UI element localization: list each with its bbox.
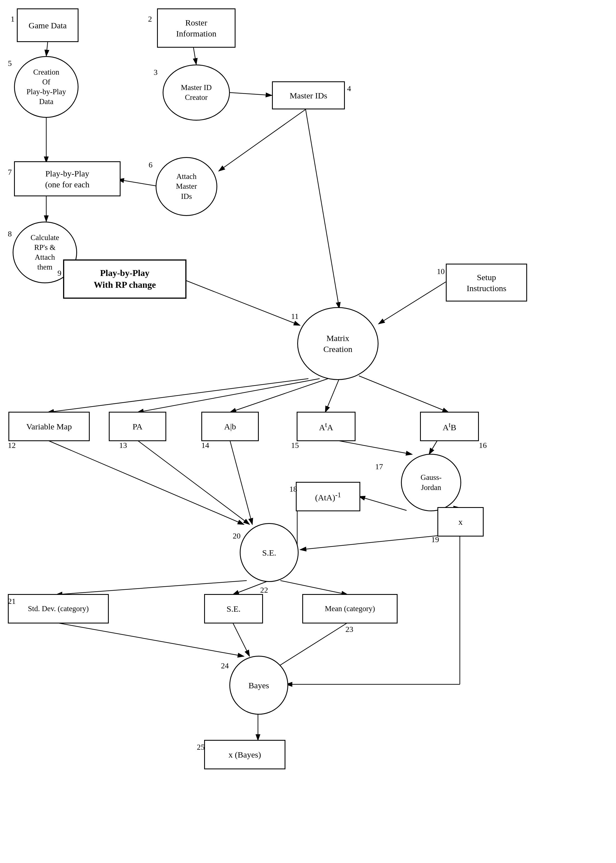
num-4: 4: [347, 84, 351, 93]
num-23: 23: [346, 625, 353, 634]
gauss-jordan-node: Gauss-Jordan: [401, 454, 461, 511]
num-14: 14: [201, 441, 209, 450]
mean-cat-node: Mean (category): [302, 594, 398, 624]
svg-line-9: [306, 109, 339, 308]
ata-inv-node: (AtA)-1: [296, 482, 360, 511]
svg-line-11: [379, 282, 446, 324]
num-17: 17: [375, 462, 383, 471]
play-rp-change-label: Play-by-PlayWith RP change: [94, 267, 156, 291]
num-25: 25: [197, 743, 205, 751]
alb-node: A|b: [201, 412, 259, 441]
svg-line-30: [280, 580, 348, 594]
svg-line-18: [429, 440, 437, 454]
svg-line-10: [182, 279, 300, 325]
se-label: S.E.: [262, 547, 276, 558]
setup-instructions-node: SetupInstructions: [446, 264, 527, 302]
svg-line-33: [272, 622, 348, 670]
master-ids-label: Master IDs: [290, 90, 327, 101]
setup-instructions-label: SetupInstructions: [467, 272, 506, 294]
game-data-node: Game Data: [17, 8, 79, 42]
num-2: 2: [148, 14, 152, 24]
se-node: S.E.: [240, 523, 299, 582]
ata-label: AtA: [319, 420, 333, 433]
creation-play-label: CreationOfPlay-by-PlayData: [27, 67, 66, 107]
mean-cat-label: Mean (category): [325, 604, 375, 614]
svg-line-19: [359, 497, 407, 511]
play-by-play-label: Play-by-Play(one for each: [45, 168, 90, 190]
bayes-label: Bayes: [248, 680, 269, 691]
gauss-jordan-label: Gauss-Jordan: [421, 473, 442, 492]
x-bayes-node: x (Bayes): [204, 740, 285, 769]
x-var-label: x: [459, 516, 463, 527]
svg-line-31: [56, 622, 244, 656]
pa-node: PA: [109, 412, 166, 441]
num-15: 15: [291, 441, 299, 450]
svg-line-13: [137, 379, 320, 412]
master-id-creator-node: Master IDCreator: [163, 64, 230, 121]
num-16: 16: [479, 441, 487, 450]
num-22: 22: [260, 586, 268, 594]
svg-line-22: [137, 440, 250, 525]
matrix-creation-node: MatrixCreation: [297, 307, 379, 380]
num-6: 6: [149, 160, 152, 170]
num-11: 11: [291, 312, 299, 321]
svg-line-23: [230, 440, 252, 525]
num-1: 1: [11, 14, 14, 24]
roster-info-node: RosterInformation: [157, 8, 236, 48]
alb-label: A|b: [224, 421, 236, 432]
svg-line-28: [56, 580, 247, 594]
calc-rp-label: CalculateRP's &Attachthem: [31, 233, 59, 272]
svg-line-17: [336, 440, 412, 454]
variable-map-label: Variable Map: [26, 421, 72, 432]
attach-master-node: AttachMasterIDs: [156, 157, 217, 216]
atb-node: AtB: [420, 412, 479, 441]
svg-line-1: [46, 42, 48, 56]
bayes-node: Bayes: [229, 656, 288, 715]
num-10: 10: [437, 267, 445, 276]
svg-line-5: [219, 109, 306, 171]
roster-info-label: RosterInformation: [176, 17, 216, 39]
ata-node: AtA: [297, 412, 355, 441]
svg-line-2: [193, 48, 196, 64]
svg-line-16: [359, 376, 449, 412]
play-rp-change-node: Play-by-PlayWith RP change: [63, 259, 187, 299]
master-ids-node: Master IDs: [272, 81, 345, 109]
std-dev-label: Std. Dev. (category): [28, 604, 89, 614]
num-18: 18: [289, 485, 297, 494]
ata-inv-label: (AtA)-1: [315, 490, 341, 503]
num-8: 8: [8, 230, 12, 238]
std-dev-node: Std. Dev. (category): [8, 594, 109, 624]
num-5: 5: [8, 59, 12, 68]
num-24: 24: [221, 661, 229, 670]
svg-line-27: [300, 536, 437, 550]
master-id-creator-label: Master IDCreator: [181, 83, 212, 102]
x-var-node: x: [437, 507, 484, 536]
variable-map-node: Variable Map: [8, 412, 90, 441]
svg-line-3: [230, 93, 272, 95]
svg-line-15: [325, 379, 339, 412]
num-19: 19: [431, 535, 439, 544]
pa-label: PA: [133, 421, 143, 432]
se-out-node: S.E.: [204, 594, 263, 624]
num-12: 12: [8, 441, 16, 450]
num-7: 7: [8, 168, 12, 177]
atb-label: AtB: [443, 420, 456, 433]
play-by-play-node: Play-by-Play(one for each: [14, 161, 121, 196]
matrix-creation-label: MatrixCreation: [323, 333, 352, 355]
num-9: 9: [58, 269, 61, 278]
svg-line-14: [230, 379, 328, 412]
x-bayes-label: x (Bayes): [228, 749, 261, 760]
se-out-label: S.E.: [226, 603, 240, 614]
num-3: 3: [154, 68, 157, 77]
num-13: 13: [119, 441, 127, 450]
num-21: 21: [8, 597, 16, 606]
svg-line-32: [233, 622, 250, 656]
game-data-label: Game Data: [28, 20, 67, 31]
creation-play-node: CreationOfPlay-by-PlayData: [14, 56, 79, 118]
svg-line-21: [48, 440, 244, 525]
svg-line-12: [48, 379, 308, 412]
attach-master-label: AttachMasterIDs: [176, 171, 197, 201]
num-20: 20: [233, 531, 240, 541]
